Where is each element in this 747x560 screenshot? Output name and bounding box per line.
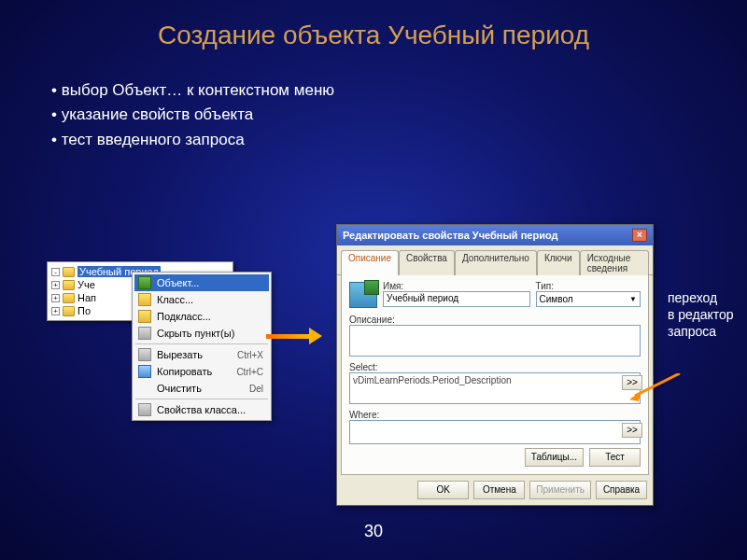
bullet-item: тест введенного запроса <box>51 128 747 152</box>
tab-source[interactable]: Исходные сведения <box>580 250 649 275</box>
tree-item-label: По <box>78 305 91 316</box>
test-button[interactable]: Тест <box>589 448 641 467</box>
subclass-icon <box>138 310 151 323</box>
menu-item-label: Свойства класса... <box>157 404 263 415</box>
expand-icon[interactable]: + <box>51 294 60 302</box>
cut-icon <box>138 348 151 361</box>
tab-properties[interactable]: Свойства <box>399 250 455 275</box>
expand-icon[interactable]: - <box>51 268 60 276</box>
tree-item-label: Уче <box>78 279 95 290</box>
menu-item-label: Вырезать <box>157 349 232 360</box>
type-label: Тип: <box>536 281 641 291</box>
annotation-line: запроса <box>668 323 734 340</box>
menu-item-label: Класс... <box>157 294 263 305</box>
folder-icon <box>63 280 75 290</box>
props-icon <box>138 403 151 416</box>
menu-item-label: Объект... <box>157 277 263 288</box>
annotation-line: переход <box>668 289 734 306</box>
menu-item-label: Скрыть пункт(ы) <box>157 328 263 339</box>
tab-description[interactable]: Описание <box>341 250 399 275</box>
menu-item-props[interactable]: Свойства класса... <box>134 401 269 418</box>
menu-item-label: Очистить <box>157 383 244 394</box>
menu-item-shortcut: Ctrl+X <box>237 350 263 360</box>
class-icon <box>138 293 151 306</box>
select-editor-button[interactable]: >> <box>622 375 642 390</box>
menu-item-shortcut: Ctrl+C <box>236 367 263 377</box>
help-button[interactable]: Справка <box>596 481 647 499</box>
cancel-button[interactable]: Отмена <box>473 481 525 499</box>
bullet-item: указание свойств объекта <box>51 103 747 127</box>
ok-button[interactable]: OK <box>417 481 469 499</box>
menu-item-clear[interactable]: Очистить Del <box>134 380 269 397</box>
expand-icon[interactable]: + <box>51 307 60 315</box>
slide-title: Создание объекта Учебный период <box>0 0 747 50</box>
where-label: Where: <box>349 410 641 420</box>
tree-panel: - Учебный период + Уче + Нап + По Объект… <box>47 261 233 321</box>
dialog-buttons: OK Отмена Применить Справка <box>337 475 653 505</box>
menu-item-label: Подкласс... <box>157 311 263 322</box>
name-field[interactable]: Учебный период <box>383 291 530 307</box>
flow-arrow <box>266 327 322 345</box>
tab-advanced[interactable]: Дополнительно <box>455 250 537 275</box>
description-textarea[interactable] <box>349 325 641 357</box>
tree-item-label: Нап <box>78 292 96 303</box>
clear-icon <box>138 382 151 395</box>
dialog-body: Имя: Учебный период Тип: Символ ▼ Описан… <box>341 275 649 475</box>
close-icon[interactable]: × <box>632 229 647 242</box>
menu-item-object[interactable]: Объект... <box>134 274 269 291</box>
menu-item-cut[interactable]: Вырезать Ctrl+X <box>134 346 269 363</box>
name-label: Имя: <box>383 281 530 291</box>
menu-item-class[interactable]: Класс... <box>134 291 269 308</box>
apply-button[interactable]: Применить <box>529 481 591 499</box>
annotation-text: переход в редактор запроса <box>668 289 734 341</box>
description-label: Описание: <box>349 315 641 325</box>
expand-icon[interactable]: + <box>51 281 60 289</box>
dialog-titlebar: Редактировать свойства Учебный период × <box>337 225 653 245</box>
menu-item-shortcut: Del <box>249 384 263 394</box>
context-menu: Объект... Класс... Подкласс... Скрыть пу… <box>132 272 272 421</box>
folder-icon <box>63 306 75 316</box>
annotation-line: в редактор <box>668 306 734 323</box>
menu-item-label: Копировать <box>157 366 231 377</box>
cube-icon <box>138 276 151 289</box>
type-value: Символ <box>540 294 573 304</box>
object-icon <box>349 282 377 308</box>
where-editor-button[interactable]: >> <box>622 423 642 438</box>
select-textarea[interactable]: vDimLearnPeriods.Period_Description <box>349 372 641 404</box>
chevron-down-icon: ▼ <box>629 295 637 303</box>
where-textarea[interactable] <box>349 420 641 444</box>
folder-icon <box>63 293 75 303</box>
copy-icon <box>138 365 151 378</box>
select-label: Select: <box>349 362 641 372</box>
properties-dialog: Редактировать свойства Учебный период × … <box>336 224 654 506</box>
tab-keys[interactable]: Ключи <box>537 250 580 275</box>
menu-item-copy[interactable]: Копировать Ctrl+C <box>134 363 269 380</box>
menu-separator <box>135 399 268 399</box>
bullet-list: выбор Объект… к контекстном меню указани… <box>51 78 747 152</box>
hide-icon <box>138 327 151 340</box>
menu-item-hide[interactable]: Скрыть пункт(ы) <box>134 325 269 342</box>
folder-icon <box>63 267 75 277</box>
dialog-title-text: Редактировать свойства Учебный период <box>343 230 557 241</box>
type-select[interactable]: Символ ▼ <box>536 291 641 307</box>
tab-strip: Описание Свойства Дополнительно Ключи Ис… <box>337 245 653 275</box>
tables-button[interactable]: Таблицы... <box>525 448 584 467</box>
menu-item-subclass[interactable]: Подкласс... <box>134 308 269 325</box>
menu-separator <box>135 343 268 344</box>
page-number: 30 <box>364 522 383 541</box>
bullet-item: выбор Объект… к контекстном меню <box>51 78 747 103</box>
